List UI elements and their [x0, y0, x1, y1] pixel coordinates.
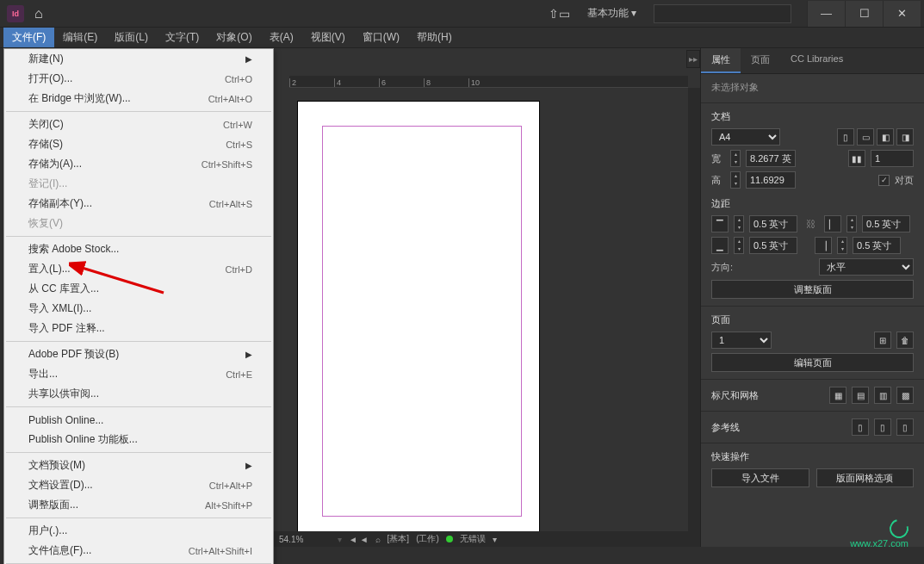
- menu-type[interactable]: 文字(T): [157, 28, 208, 47]
- menu-place-cc[interactable]: 从 CC 库置入...: [4, 279, 273, 299]
- page-number-select[interactable]: 1: [711, 332, 772, 349]
- menu-publish-online[interactable]: Publish Online...: [4, 410, 273, 430]
- menu-export[interactable]: 导出...Ctrl+E: [4, 364, 273, 384]
- panel-collapse-icon[interactable]: ▸▸: [686, 50, 700, 68]
- menu-publish-dashboard[interactable]: Publish Online 功能板...: [4, 430, 273, 449]
- height-stepper[interactable]: ▴▾: [730, 171, 741, 189]
- adjust-layout-button[interactable]: 调整版面: [711, 280, 914, 299]
- menu-browse-bridge[interactable]: 在 Bridge 中浏览(W)...Ctrl+Alt+O: [4, 89, 273, 108]
- facing-pages-checkbox[interactable]: ✓: [878, 175, 890, 186]
- margin-left-input[interactable]: [862, 215, 910, 232]
- menu-search-stock[interactable]: 搜索 Adobe Stock...: [4, 239, 273, 259]
- menu-edit[interactable]: 编辑(E): [54, 28, 106, 47]
- orientation-portrait-icon[interactable]: ▯: [837, 128, 854, 146]
- workspace-label: 基本功能: [587, 7, 629, 19]
- delete-page-icon[interactable]: 🗑: [896, 332, 914, 349]
- menu-new[interactable]: 新建(N)▶: [4, 49, 273, 69]
- orientation-select[interactable]: 水平: [819, 258, 914, 276]
- add-page-icon[interactable]: ⊞: [874, 332, 891, 349]
- page-size-select[interactable]: A4: [711, 128, 780, 146]
- margin-right-input[interactable]: [853, 237, 901, 254]
- menu-file[interactable]: 文件(F): [3, 28, 54, 47]
- page-margin-guide: [322, 126, 522, 517]
- orientation-landscape-icon[interactable]: ▭: [857, 128, 874, 146]
- margin-right-stepper[interactable]: ▴▾: [837, 237, 847, 254]
- layout-grid-options-button[interactable]: 版面网格选项: [816, 468, 915, 487]
- margin-right-icon: ▕: [815, 237, 832, 254]
- link-margins-icon[interactable]: ⛓: [806, 219, 815, 229]
- menu-separator: [6, 406, 271, 407]
- menu-close[interactable]: 关闭(C)Ctrl+W: [4, 115, 273, 134]
- baseline-grid-icon[interactable]: ▥: [874, 387, 891, 404]
- maximize-button[interactable]: ☐: [845, 1, 883, 27]
- margin-bottom-stepper[interactable]: ▴▾: [734, 237, 744, 254]
- orientation-label: 方向:: [711, 261, 733, 274]
- menu-file-info[interactable]: 文件信息(F)...Ctrl+Alt+Shift+I: [4, 541, 273, 561]
- page-binding-right-icon[interactable]: ◨: [896, 128, 914, 146]
- units-input[interactable]: [871, 150, 914, 167]
- edit-pages-button[interactable]: 编辑页面: [711, 353, 914, 372]
- margin-top-input[interactable]: [749, 215, 797, 232]
- menu-doc-presets[interactable]: 文档预设(M)▶: [4, 456, 273, 475]
- menu-save[interactable]: 存储(S)Ctrl+S: [4, 134, 273, 154]
- menu-adjust-layout[interactable]: 调整版面...Alt+Shift+P: [4, 495, 273, 515]
- width-stepper[interactable]: ▴▾: [730, 150, 741, 167]
- import-file-button[interactable]: 导入文件: [711, 468, 809, 487]
- share-icon[interactable]: ⇧▭: [549, 7, 570, 21]
- margin-left-icon: ▏: [824, 215, 841, 232]
- menu-table[interactable]: 表(A): [261, 28, 302, 47]
- margin-bottom-input[interactable]: [749, 237, 797, 254]
- mode-work[interactable]: (工作): [416, 533, 439, 545]
- mode-basic[interactable]: [基本]: [388, 533, 410, 545]
- tab-cc-libraries[interactable]: CC Libraries: [780, 48, 853, 73]
- minimize-button[interactable]: —: [807, 1, 845, 27]
- status-bar: 54.1% ▾ ◄ ◄ ⌕ [基本] (工作) 无错误 ▾: [274, 531, 700, 547]
- nav-arrows[interactable]: ◄ ◄: [349, 535, 369, 544]
- grid-icon[interactable]: ▤: [852, 387, 869, 404]
- menu-save-as[interactable]: 存储为(A)...Ctrl+Shift+S: [4, 154, 273, 174]
- menu-object[interactable]: 对象(O): [208, 28, 260, 47]
- menu-pdf-presets[interactable]: Adobe PDF 预设(B)▶: [4, 344, 273, 364]
- margin-left-stepper[interactable]: ▴▾: [846, 215, 857, 232]
- workspace-switcher[interactable]: 基本功能 ▾: [580, 4, 643, 22]
- page[interactable]: [298, 102, 539, 531]
- menu-doc-setup[interactable]: 文档设置(D)...Ctrl+Alt+P: [4, 475, 273, 495]
- menu-view[interactable]: 视图(V): [302, 28, 354, 47]
- guides-icon-2[interactable]: ▯: [874, 418, 891, 436]
- search-status-icon[interactable]: ⌕: [375, 535, 381, 544]
- vertical-scrollbar[interactable]: [688, 88, 700, 531]
- margin-top-icon: ▔: [711, 215, 729, 232]
- close-button[interactable]: ✕: [883, 1, 921, 27]
- home-icon[interactable]: ⌂: [34, 6, 43, 22]
- height-label: 高: [711, 174, 725, 187]
- menu-share-review[interactable]: 共享以供审阅...: [4, 384, 273, 404]
- menu-layout[interactable]: 版面(L): [106, 28, 157, 47]
- rulers-section-title: 标尺和网格: [711, 389, 759, 402]
- margin-top-stepper[interactable]: ▴▾: [734, 215, 744, 232]
- menu-help[interactable]: 帮助(H): [408, 28, 461, 47]
- ruler-icon[interactable]: ▦: [829, 387, 846, 404]
- search-input[interactable]: [654, 4, 791, 23]
- tab-pages[interactable]: 页面: [741, 48, 780, 73]
- ruler-tick: 6: [379, 78, 424, 87]
- menu-import-xml[interactable]: 导入 XML(I)...: [4, 299, 273, 319]
- preflight-status[interactable]: 无错误: [460, 533, 486, 545]
- pages-icon[interactable]: ▮▮: [848, 150, 865, 167]
- menu-place[interactable]: 置入(L)...Ctrl+D: [4, 259, 273, 279]
- menu-save-copy[interactable]: 存储副本(Y)...Ctrl+Alt+S: [4, 194, 273, 214]
- height-input[interactable]: [746, 171, 796, 189]
- page-binding-left-icon[interactable]: ◧: [877, 128, 894, 146]
- menu-user[interactable]: 用户(.)...: [4, 521, 273, 541]
- tab-properties[interactable]: 属性: [701, 48, 741, 73]
- ruler-tick: 8: [424, 78, 468, 87]
- menu-import-pdf-comments[interactable]: 导入 PDF 注释...: [4, 319, 273, 338]
- margins-section-title: 边距: [711, 197, 914, 210]
- document-grid-icon[interactable]: ▩: [896, 387, 914, 404]
- menu-window[interactable]: 窗口(W): [354, 28, 408, 47]
- width-input[interactable]: [746, 150, 796, 167]
- guides-icon-1[interactable]: ▯: [852, 418, 869, 436]
- canvas[interactable]: [289, 88, 688, 531]
- zoom-level[interactable]: 54.1%: [279, 535, 331, 544]
- guides-icon-3[interactable]: ▯: [896, 418, 914, 436]
- menu-open[interactable]: 打开(O)...Ctrl+O: [4, 69, 273, 89]
